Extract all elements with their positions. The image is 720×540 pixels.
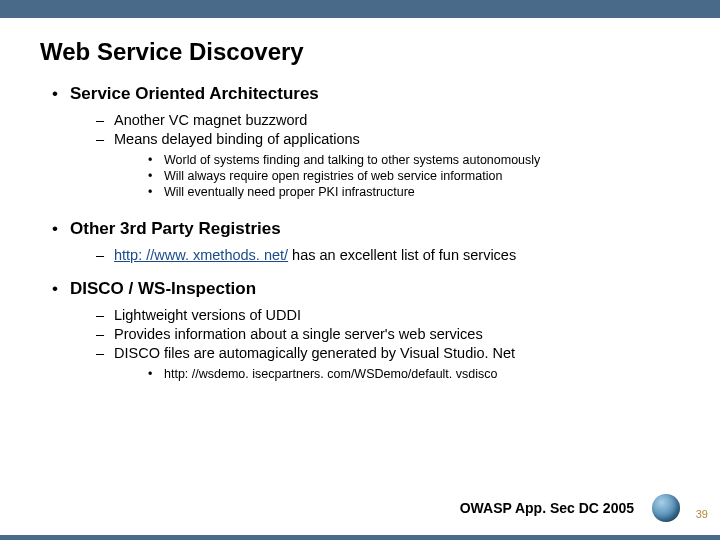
list-item: http: //wsdemo. isecpartners. com/WSDemo… xyxy=(148,367,515,381)
footer: OWASP App. Sec DC 2005 xyxy=(460,494,680,522)
list-item: http: //www. xmethods. net/ has an excel… xyxy=(96,247,680,263)
page-number: 39 xyxy=(696,508,708,520)
section-disco: •DISCO / WS-Inspection Lightweight versi… xyxy=(40,279,680,385)
bullet-icon: • xyxy=(40,219,70,239)
list-item: Means delayed binding of applications Wo… xyxy=(96,131,680,203)
list-item: Will always require open registries of w… xyxy=(148,169,540,183)
section-heading: DISCO / WS-Inspection xyxy=(70,279,256,298)
list-item: World of systems finding and talking to … xyxy=(148,153,540,167)
header-bar xyxy=(0,0,720,18)
list-item: Provides information about a single serv… xyxy=(96,326,680,342)
content-list: •Service Oriented Architectures Another … xyxy=(40,84,680,385)
slide-title: Web Service Discovery xyxy=(40,38,680,66)
list-item: Another VC magnet buzzword xyxy=(96,112,680,128)
xmethods-link[interactable]: http: //www. xmethods. net/ xyxy=(114,247,288,263)
bullet-icon: • xyxy=(40,279,70,299)
list-item: Will eventually need proper PKI infrastr… xyxy=(148,185,540,199)
section-heading: Other 3rd Party Registries xyxy=(70,219,281,238)
bullet-icon: • xyxy=(40,84,70,104)
list-item: Lightweight versions of UDDI xyxy=(96,307,680,323)
list-item: DISCO files are automagically generated … xyxy=(96,345,680,385)
section-registries: •Other 3rd Party Registries http: //www.… xyxy=(40,219,680,263)
slide-body: Web Service Discovery •Service Oriented … xyxy=(0,18,720,385)
section-soa: •Service Oriented Architectures Another … xyxy=(40,84,680,203)
footer-bar xyxy=(0,535,720,540)
section-heading: Service Oriented Architectures xyxy=(70,84,319,103)
footer-text: OWASP App. Sec DC 2005 xyxy=(460,500,634,516)
globe-icon xyxy=(652,494,680,522)
